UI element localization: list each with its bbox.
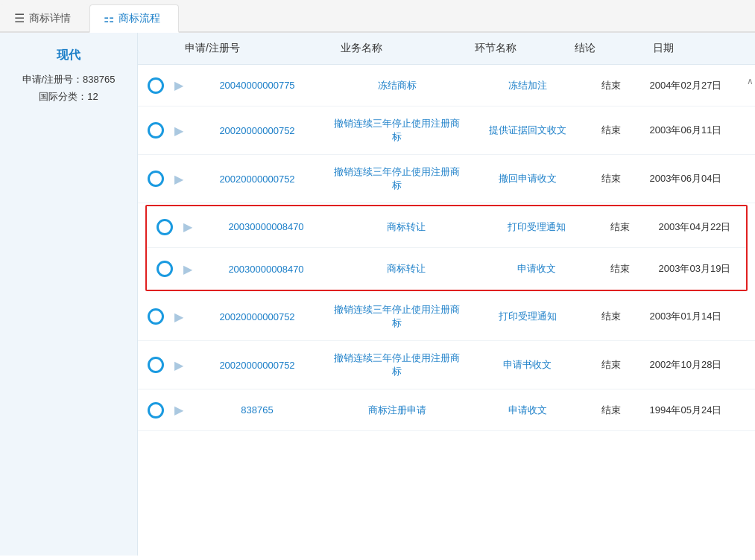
- cell-stage-name: 打印受理通知: [470, 299, 585, 334]
- table-area[interactable]: 申请/注册号 业务名称 环节名称 结论 日期 ∧ ▶ 2004000000077…: [138, 33, 755, 556]
- arrow-col: ▶: [168, 358, 190, 372]
- arrow-icon: ▶: [174, 358, 183, 372]
- data-cols: 838765 商标注册申请 申请收文 结束 1994年05月24日: [190, 393, 755, 427]
- table-row[interactable]: ▶ 20020000000752 撤销连续三年停止使用注册商标 申请书收文 结束…: [138, 341, 755, 389]
- cell-date: 2003年01月14日: [637, 299, 734, 334]
- cell-app-no[interactable]: 20020000000752: [190, 301, 324, 333]
- data-cols: 20030000008470 商标转让 打印受理通知 结束 2003年04月22…: [199, 210, 746, 244]
- cell-conclusion: 结束: [585, 348, 637, 382]
- highlighted-group: ▶ 20030000008470 商标转让 打印受理通知 结束 2003年04月…: [145, 205, 748, 291]
- header-date: 日期: [615, 42, 712, 55]
- table-row[interactable]: ▶ 20020000000752 撤销连续三年停止使用注册商标 打印受理通知 结…: [138, 293, 755, 341]
- table-row[interactable]: ▶ 20020000000752 撤销连续三年停止使用注册商标 撤回申请收文 结…: [138, 155, 755, 203]
- tab-trademark-flow-label: 商标流程: [119, 12, 160, 25]
- cell-app-no[interactable]: 20020000000752: [190, 349, 324, 381]
- int-class: 国际分类：12: [12, 88, 125, 105]
- timeline-col: [147, 219, 177, 235]
- cell-app-no[interactable]: 20040000000775: [190, 69, 324, 101]
- data-cols: 20020000000752 撤销连续三年停止使用注册商标 打印受理通知 结束 …: [190, 293, 755, 340]
- cell-biz-name: 撤销连续三年停止使用注册商标: [324, 341, 470, 389]
- timeline-circle: [148, 308, 164, 325]
- cell-date: 2003年03月19日: [646, 252, 743, 286]
- flow-icon: ⚏: [104, 11, 114, 25]
- cell-date: 2002年10月28日: [637, 348, 734, 382]
- table-row[interactable]: ▶ 20040000000775 冻结商标 冻结加注 结束 2004年02月27…: [138, 65, 755, 106]
- cell-app-no[interactable]: 20030000008470: [199, 211, 333, 243]
- timeline-circle: [157, 219, 173, 235]
- header-conclusion: 结论: [555, 42, 615, 55]
- cell-stage-name: 提供证据回文收文: [470, 113, 585, 147]
- cell-conclusion: 结束: [585, 69, 637, 103]
- arrow-col: ▶: [168, 124, 190, 138]
- arrow-icon: ▶: [183, 262, 192, 276]
- cell-biz-name: 商标转让: [333, 210, 478, 244]
- table-icon: ☰: [14, 11, 25, 25]
- arrow-icon: ▶: [174, 78, 183, 92]
- data-cols: 20020000000752 撤销连续三年停止使用注册商标 提供证据回文收文 结…: [190, 106, 755, 154]
- table-row[interactable]: ▶ 20030000008470 商标转让 申请收文 结束 2003年03月19…: [147, 248, 746, 290]
- cell-biz-name: 商标注册申请: [324, 393, 470, 427]
- table-header: 申请/注册号 业务名称 环节名称 结论 日期: [138, 33, 755, 65]
- arrow-col: ▶: [177, 220, 199, 234]
- cell-date: 2003年04月22日: [646, 210, 743, 244]
- cell-date: 2003年06月11日: [637, 113, 734, 147]
- arrow-icon: ▶: [183, 220, 192, 234]
- timeline-col: [138, 122, 168, 139]
- header-app-no: 申请/注册号: [138, 42, 287, 55]
- cell-app-no[interactable]: 20030000008470: [199, 253, 333, 285]
- cell-biz-name: 冻结商标: [324, 69, 470, 103]
- cell-stage-name: 申请收文: [478, 252, 594, 286]
- timeline-area: ▶ 20040000000775 冻结商标 冻结加注 结束 2004年02月27…: [138, 65, 755, 431]
- cell-biz-name: 商标转让: [333, 252, 478, 286]
- table-row[interactable]: ▶ 20030000008470 商标转让 打印受理通知 结束 2003年04月…: [147, 206, 746, 248]
- arrow-col: ▶: [168, 403, 190, 417]
- table-row[interactable]: ▶ 20020000000752 撤销连续三年停止使用注册商标 提供证据回文收文…: [138, 106, 755, 155]
- arrow-col: ▶: [168, 78, 190, 92]
- scroll-indicator-up: ∧: [747, 76, 754, 86]
- cell-app-no[interactable]: 20020000000752: [190, 163, 324, 195]
- timeline-circle: [148, 77, 164, 94]
- cell-conclusion: 结束: [585, 299, 637, 334]
- tab-trademark-flow[interactable]: ⚏ 商标流程: [89, 4, 179, 33]
- cell-conclusion: 结束: [585, 393, 637, 427]
- timeline-circle: [148, 402, 164, 419]
- cell-date: 2003年06月04日: [637, 162, 734, 196]
- cell-biz-name: 撤销连续三年停止使用注册商标: [324, 155, 470, 203]
- app-no: 申请/注册号：838765: [12, 71, 125, 88]
- brand-name: 现代: [12, 48, 125, 63]
- timeline-circle: [148, 122, 164, 139]
- cell-stage-name: 打印受理通知: [478, 210, 594, 244]
- cell-date: 1994年05月24日: [637, 393, 734, 427]
- cell-conclusion: 结束: [594, 252, 646, 286]
- data-cols: 20020000000752 撤销连续三年停止使用注册商标 申请书收文 结束 2…: [190, 341, 755, 389]
- cell-app-no[interactable]: 838765: [190, 394, 324, 426]
- cell-app-no[interactable]: 20020000000752: [190, 115, 324, 147]
- timeline-col: [138, 171, 168, 187]
- tab-bar: ☰ 商标详情 ⚏ 商标流程: [0, 0, 755, 33]
- timeline-col: [138, 402, 168, 419]
- tab-trademark-detail[interactable]: ☰ 商标详情: [0, 4, 89, 31]
- tab-trademark-detail-label: 商标详情: [29, 12, 71, 25]
- timeline-col: [147, 261, 177, 277]
- cell-stage-name: 申请书收文: [470, 348, 585, 382]
- header-stage-name: 环节名称: [436, 42, 555, 55]
- app-container: ☰ 商标详情 ⚏ 商标流程 现代 申请/注册号：838765 国际分类：12 申…: [0, 0, 755, 556]
- timeline-circle: [148, 171, 164, 187]
- arrow-col: ▶: [168, 172, 190, 186]
- cell-biz-name: 撤销连续三年停止使用注册商标: [324, 293, 470, 340]
- cell-stage-name: 冻结加注: [470, 69, 585, 103]
- timeline-col: [138, 357, 168, 373]
- cell-conclusion: 结束: [585, 162, 637, 196]
- cell-conclusion: 结束: [585, 113, 637, 147]
- table-row[interactable]: ▶ 838765 商标注册申请 申请收文 结束 1994年05月24日: [138, 389, 755, 431]
- cell-date: 2004年02月27日: [637, 69, 734, 103]
- arrow-icon: ▶: [174, 124, 183, 138]
- data-cols: 20030000008470 商标转让 申请收文 结束 2003年03月19日: [199, 252, 746, 286]
- timeline-circle: [148, 357, 164, 373]
- cell-stage-name: 申请收文: [470, 393, 585, 427]
- timeline-col: [138, 308, 168, 325]
- data-cols: 20020000000752 撤销连续三年停止使用注册商标 撤回申请收文 结束 …: [190, 155, 755, 203]
- cell-conclusion: 结束: [594, 210, 646, 244]
- timeline-circle: [157, 261, 173, 277]
- data-cols: 20040000000775 冻结商标 冻结加注 结束 2004年02月27日: [190, 69, 755, 103]
